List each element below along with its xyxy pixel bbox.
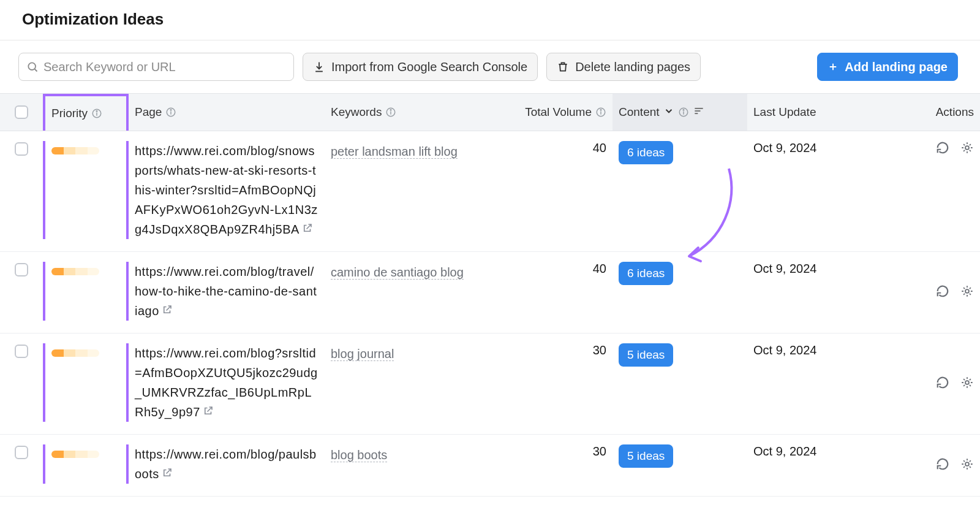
gear-icon[interactable]	[960, 457, 974, 471]
chevron-down-icon	[663, 105, 674, 120]
select-all-checkbox[interactable]	[15, 105, 28, 119]
svg-point-13	[600, 110, 601, 111]
ideas-pill[interactable]: 6 ideas	[619, 262, 673, 285]
table-row: https://www.rei.com/blog?srsltid=AfmBOop…	[0, 334, 980, 435]
priority-bar	[51, 147, 99, 154]
svg-point-22	[965, 381, 969, 384]
info-icon[interactable]	[595, 107, 606, 118]
table-row: https://www.rei.com/blog/snowsports/what…	[0, 131, 980, 252]
row-checkbox[interactable]	[15, 142, 28, 156]
keyword-link[interactable]: peter landsman lift blog	[331, 145, 458, 159]
keywords-cell: peter landsman lift blog	[325, 141, 514, 162]
external-link-icon[interactable]	[162, 467, 173, 481]
import-gsc-button[interactable]: Import from Google Search Console	[303, 53, 538, 81]
table-row: https://www.rei.com/blog/travel/how-to-h…	[0, 252, 980, 334]
col-keywords[interactable]: Keywords	[325, 105, 514, 119]
keywords-cell: blog journal	[325, 343, 514, 364]
search-input-wrap[interactable]	[18, 53, 294, 81]
col-priority[interactable]: Priority	[43, 94, 129, 131]
toolbar: Import from Google Search Console Delete…	[0, 40, 980, 93]
row-checkbox-cell	[0, 444, 43, 459]
keyword-link[interactable]: blog boots	[331, 448, 387, 462]
svg-point-21	[965, 289, 969, 293]
content-cell: 5 ideas	[612, 343, 747, 367]
col-actions-label: Actions	[936, 105, 974, 119]
total-volume-cell: 40	[514, 262, 612, 276]
last-update-cell: Oct 9, 2024	[747, 262, 882, 276]
svg-point-23	[965, 462, 969, 466]
row-checkbox-cell	[0, 141, 43, 156]
actions-cell	[882, 284, 980, 298]
ideas-pill[interactable]: 5 ideas	[619, 343, 673, 367]
ideas-table: Priority Page Keywords Total Volume Cont…	[0, 93, 980, 497]
ideas-pill[interactable]: 5 ideas	[619, 444, 673, 468]
page-cell: https://www.rei.com/blog?srsltid=AfmBOop…	[129, 343, 325, 422]
search-icon	[26, 61, 39, 73]
col-page-label: Page	[135, 105, 162, 119]
refresh-icon[interactable]	[936, 141, 949, 154]
import-label: Import from Google Search Console	[331, 60, 527, 74]
refresh-icon[interactable]	[936, 284, 949, 298]
gear-icon[interactable]	[960, 141, 974, 154]
col-total-volume-label: Total Volume	[525, 105, 592, 119]
page-cell: https://www.rei.com/blog/snowsports/what…	[129, 141, 325, 239]
delete-pages-button[interactable]: Delete landing pages	[546, 53, 701, 81]
info-icon[interactable]	[385, 107, 396, 118]
svg-point-0	[28, 63, 36, 70]
row-checkbox[interactable]	[15, 446, 28, 459]
col-content[interactable]: Content	[612, 94, 747, 131]
actions-cell	[882, 457, 980, 471]
row-checkbox[interactable]	[15, 263, 28, 276]
gear-icon[interactable]	[960, 284, 974, 298]
delete-label: Delete landing pages	[575, 60, 690, 74]
svg-point-10	[391, 110, 392, 111]
actions-cell	[882, 376, 980, 389]
gear-icon[interactable]	[960, 376, 974, 389]
external-link-icon[interactable]	[203, 405, 214, 419]
download-icon	[313, 61, 325, 73]
info-icon[interactable]	[91, 108, 102, 119]
page-title: Optimization Ideas	[0, 0, 980, 40]
page-url[interactable]: https://www.rei.com/blog?srsltid=AfmBOop…	[135, 346, 318, 419]
priority-bar	[51, 268, 99, 275]
content-cell: 6 ideas	[612, 262, 747, 285]
page-cell: https://www.rei.com/blog/paulsboots	[129, 444, 325, 484]
plus-icon	[827, 61, 839, 72]
table-header: Priority Page Keywords Total Volume Cont…	[0, 93, 980, 131]
ideas-pill[interactable]: 6 ideas	[619, 141, 673, 164]
col-page[interactable]: Page	[129, 105, 325, 119]
keyword-link[interactable]: blog journal	[331, 347, 394, 361]
actions-cell	[882, 141, 980, 154]
sort-icon[interactable]	[693, 105, 705, 120]
info-icon[interactable]	[165, 107, 176, 118]
last-update-cell: Oct 9, 2024	[747, 343, 882, 357]
page-url[interactable]: https://www.rei.com/blog/snowsports/what…	[135, 144, 318, 236]
refresh-icon[interactable]	[936, 376, 949, 389]
refresh-icon[interactable]	[936, 457, 949, 471]
priority-bar	[51, 451, 99, 458]
priority-cell	[43, 262, 129, 321]
col-priority-label: Priority	[51, 107, 88, 120]
page-cell: https://www.rei.com/blog/travel/how-to-h…	[129, 262, 325, 321]
row-checkbox-cell	[0, 343, 43, 358]
priority-bar	[51, 349, 99, 357]
col-last-update[interactable]: Last Update	[747, 105, 882, 119]
content-cell: 5 ideas	[612, 444, 747, 468]
search-input[interactable]	[43, 60, 286, 74]
select-all-cell	[0, 105, 43, 119]
add-landing-page-button[interactable]: Add landing page	[817, 53, 958, 81]
svg-point-7	[171, 110, 172, 111]
row-checkbox[interactable]	[15, 345, 28, 358]
last-update-cell: Oct 9, 2024	[747, 444, 882, 459]
info-icon[interactable]	[678, 107, 689, 118]
keywords-cell: camino de santiago blog	[325, 262, 514, 283]
total-volume-cell: 30	[514, 343, 612, 357]
row-checkbox-cell	[0, 262, 43, 276]
external-link-icon[interactable]	[162, 304, 173, 318]
keywords-cell: blog boots	[325, 444, 514, 465]
external-link-icon[interactable]	[302, 223, 313, 236]
last-update-cell: Oct 9, 2024	[747, 141, 882, 155]
svg-point-4	[96, 111, 97, 112]
col-total-volume[interactable]: Total Volume	[514, 105, 612, 119]
keyword-link[interactable]: camino de santiago blog	[331, 265, 464, 280]
